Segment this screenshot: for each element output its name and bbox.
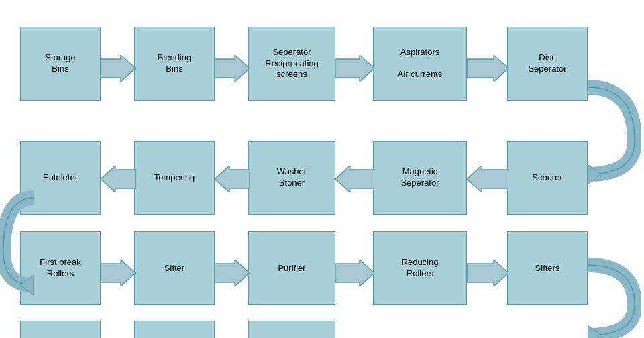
- row4-box3: [248, 321, 335, 338]
- arrow-tempering-to-entoleter: [101, 166, 136, 192]
- curve-arrow-row3-to-row4: [588, 231, 641, 338]
- svg-marker-7: [335, 166, 374, 192]
- svg-marker-6: [467, 166, 508, 192]
- magnetic-separator-label: MagneticSeperator: [400, 166, 439, 189]
- svg-marker-0: [101, 55, 136, 82]
- disc-separator-label: DiscSeperator: [528, 52, 566, 75]
- reducing-rollers-box: ReducingRollers: [373, 231, 467, 305]
- separator-reciprocating-box: SeperatorReciprocatingscreens: [248, 27, 335, 101]
- row4-box2: [134, 321, 215, 338]
- arrow-magnetic-to-washer: [335, 166, 374, 192]
- tempering-label: Tempering: [154, 172, 195, 184]
- arrow-purifier-to-reducing: [335, 260, 374, 286]
- tempering-box: Tempering: [134, 141, 215, 215]
- arrow-sifter-to-purifier: [215, 260, 250, 286]
- blending-bins-label: BlendingBins: [158, 52, 192, 75]
- scourer-label: Scourer: [532, 172, 563, 184]
- arrow-reducing-to-sifters: [467, 260, 508, 286]
- svg-marker-12: [215, 260, 250, 286]
- svg-marker-9: [101, 166, 136, 192]
- first-break-rollers-label: First breakRollers: [40, 257, 80, 280]
- storage-bins-box: StorageBins: [20, 27, 101, 101]
- arrow-rollers-to-sifter: [101, 260, 136, 286]
- svg-marker-13: [335, 260, 374, 286]
- separator-label: SeperatorReciprocatingscreens: [265, 47, 319, 81]
- svg-marker-3: [467, 55, 508, 82]
- svg-marker-14: [467, 260, 508, 286]
- purifier-box: Purifier: [248, 231, 335, 305]
- arrow-scourer-to-magnetic: [467, 166, 508, 192]
- purifier-label: Purifier: [278, 263, 305, 274]
- sifters-box: Sifters: [507, 231, 588, 305]
- scourer-box: Scourer: [507, 141, 588, 215]
- arrow-washer-to-tempering: [215, 166, 250, 192]
- row4-box1: [20, 321, 101, 338]
- arrow-separator-to-aspirators: [335, 55, 374, 82]
- sifters-label: Sifters: [535, 263, 560, 274]
- arrow-aspirators-to-disc: [467, 55, 508, 82]
- blending-bins-box: BlendingBins: [134, 27, 215, 101]
- curve-arrow-row1-to-row2: [588, 54, 641, 188]
- sifter-box: Sifter: [134, 231, 215, 305]
- svg-marker-1: [215, 55, 250, 82]
- washer-stoner-box: WasherStoner: [248, 141, 335, 215]
- entoleter-label: Entoleter: [43, 172, 78, 184]
- storage-bins-label: StorageBins: [45, 52, 76, 75]
- svg-marker-2: [335, 55, 374, 82]
- process-flow-diagram: StorageBins BlendingBins SeperatorRecipr…: [0, 0, 644, 338]
- arrow-blending-to-separator: [215, 55, 250, 82]
- reducing-rollers-label: ReducingRollers: [402, 257, 439, 280]
- aspirators-label: AspiratorsAir currents: [398, 47, 442, 81]
- sifter-label: Sifter: [164, 263, 184, 274]
- curve-arrow-row2-to-row3: [0, 164, 34, 298]
- svg-marker-8: [215, 166, 250, 192]
- aspirators-box: AspiratorsAir currents: [373, 27, 467, 101]
- disc-separator-box: DiscSeperator: [507, 27, 588, 101]
- washer-stoner-label: WasherStoner: [277, 166, 307, 189]
- magnetic-separator-box: MagneticSeperator: [373, 141, 467, 215]
- svg-marker-11: [101, 260, 136, 286]
- arrow-storage-to-blending: [101, 55, 136, 82]
